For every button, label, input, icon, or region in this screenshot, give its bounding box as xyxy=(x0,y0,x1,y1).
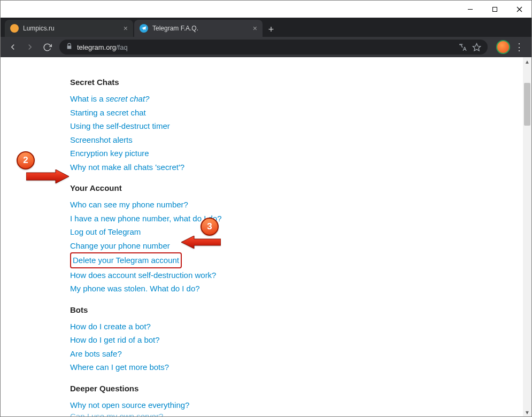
section-heading-deeper: Deeper Questions xyxy=(70,384,531,393)
scroll-down-icon[interactable]: ▼ xyxy=(523,408,531,416)
svg-marker-5 xyxy=(26,169,69,183)
faq-link[interactable]: Where can I get more bots? xyxy=(70,360,169,374)
faq-link[interactable]: How do I get rid of a bot? xyxy=(70,333,160,347)
faq-link[interactable]: Screenshot alerts xyxy=(70,133,133,147)
star-icon[interactable] xyxy=(472,42,481,52)
annotation-arrow-icon xyxy=(180,236,221,251)
reload-button[interactable] xyxy=(39,39,55,55)
app-window: Lumpics.ru × Telegram F.A.Q. × + tel xyxy=(0,0,532,417)
svg-marker-4 xyxy=(473,43,480,50)
close-button[interactable] xyxy=(507,1,531,18)
svg-rect-1 xyxy=(492,7,497,11)
new-tab-button[interactable]: + xyxy=(264,22,279,37)
svg-marker-6 xyxy=(181,236,221,249)
scroll-up-icon[interactable]: ▲ xyxy=(523,57,531,66)
tab-title: Telegram F.A.Q. xyxy=(152,25,250,32)
lock-icon xyxy=(66,42,73,52)
back-button[interactable] xyxy=(5,39,21,55)
close-icon[interactable]: × xyxy=(124,24,128,33)
tab-strip: Lumpics.ru × Telegram F.A.Q. × + xyxy=(1,18,531,37)
section-heading-bots: Bots xyxy=(70,305,531,314)
annotation-badge-2: 2 xyxy=(17,151,35,169)
faq-link[interactable]: Using the self-destruct timer xyxy=(70,119,170,133)
faq-link-cutoff: Can I use my own server? xyxy=(70,412,163,416)
section-heading-secret-chats: Secret Chats xyxy=(70,78,531,87)
forward-button[interactable] xyxy=(22,39,38,55)
faq-link[interactable]: Why not make all chats 'secret'? xyxy=(70,160,184,174)
faq-link[interactable]: How do I create a bot? xyxy=(70,320,151,334)
faq-link[interactable]: Starting a secret chat xyxy=(70,106,146,120)
profile-avatar[interactable] xyxy=(496,40,510,54)
maximize-button[interactable] xyxy=(482,1,507,18)
faq-link[interactable]: Change your phone number xyxy=(70,239,170,253)
menu-button[interactable]: ⋮ xyxy=(511,41,527,53)
close-icon[interactable]: × xyxy=(253,24,257,33)
toolbar: telegram.org/faq ⋮ xyxy=(1,37,531,57)
faq-link[interactable]: Why not open source everything? xyxy=(70,398,189,412)
address-host: telegram.org xyxy=(77,43,116,51)
scroll-thumb[interactable] xyxy=(524,83,530,126)
faq-link[interactable]: Who can see my phone number? xyxy=(70,198,188,212)
titlebar xyxy=(1,1,531,18)
faq-page: Secret Chats What is a secret chat? Star… xyxy=(1,57,531,416)
translate-icon[interactable] xyxy=(458,42,467,52)
favicon-icon xyxy=(140,24,148,33)
scrollbar[interactable]: ▲ ▼ xyxy=(523,57,531,416)
tab-telegram-faq[interactable]: Telegram F.A.Q. × xyxy=(134,20,263,37)
annotation-arrow-icon xyxy=(26,169,70,186)
annotation-badge-3: 3 xyxy=(201,218,219,236)
viewport: Secret Chats What is a secret chat? Star… xyxy=(1,57,531,416)
faq-link[interactable]: How does account self-destruction work? xyxy=(70,268,216,282)
faq-link[interactable]: What is a secret chat? xyxy=(70,92,149,106)
faq-link[interactable]: My phone was stolen. What do I do? xyxy=(70,282,200,296)
minimize-button[interactable] xyxy=(458,1,482,18)
favicon-icon xyxy=(10,24,19,33)
address-text: telegram.org/faq xyxy=(77,43,128,51)
faq-link[interactable]: Log out of Telegram xyxy=(70,225,141,239)
tab-lumpics[interactable]: Lumpics.ru × xyxy=(5,20,133,37)
faq-link-delete-account[interactable]: Delete your Telegram account xyxy=(70,252,182,268)
section-heading-your-account: Your Account xyxy=(70,183,531,192)
address-path: /faq xyxy=(116,43,128,51)
faq-link[interactable]: I have a new phone number, what do I do? xyxy=(70,212,222,226)
address-bar[interactable]: telegram.org/faq xyxy=(59,40,488,55)
tab-title: Lumpics.ru xyxy=(23,25,120,32)
faq-link[interactable]: Are bots safe? xyxy=(70,347,122,361)
faq-link[interactable]: Encryption key picture xyxy=(70,146,149,160)
